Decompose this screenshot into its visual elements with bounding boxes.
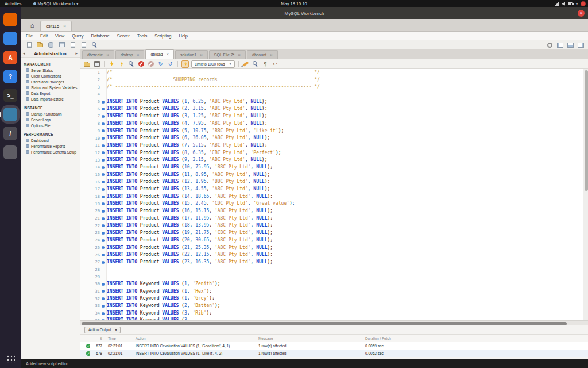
terminal-icon[interactable]: >_ [3,89,17,102]
find-button[interactable] [252,60,260,68]
menu-server[interactable]: Server [117,33,130,39]
limit-rows-toggle-button[interactable] [181,60,189,68]
sidebar-item-client-connections[interactable]: Client Connections [21,73,80,79]
toggle-left-panel-button[interactable] [556,41,564,49]
close-tab-icon[interactable]: × [106,52,109,57]
search-data-button[interactable] [91,41,98,48]
sidebar-item-server-logs[interactable]: Server Logs [21,117,80,122]
close-tab-icon[interactable]: × [270,52,273,57]
sidebar-item-data-export[interactable]: Data Export [21,90,80,96]
beautify-button[interactable] [242,60,250,68]
toggle-right-panel-button[interactable] [577,41,585,49]
sidebar-item-users-and-privileges[interactable]: Users and Privileges [21,79,80,85]
create-view-button[interactable] [69,41,76,48]
line-number-label: 24 [95,238,100,243]
editor-tab-solution1[interactable]: solution1× [175,50,208,59]
toggle-bottom-panel-button[interactable] [567,41,574,49]
limit-rows-dropdown[interactable]: Limit to 1000 rows▾ [191,60,235,68]
system-tray[interactable]: ▾ [555,0,578,7]
wrap-text-button[interactable]: ↩ [272,60,279,68]
create-schema-button[interactable] [47,41,55,48]
editor-tab-dbcount[interactable]: dbcount× [247,50,278,59]
open-script-button[interactable] [36,41,44,48]
save-file-button[interactable] [93,60,100,68]
output-row[interactable]: ✓67802:21:01INSERT INTO Cevaluation VALU… [80,350,588,357]
action-output-dropdown[interactable]: Action Output ▾ [84,327,121,334]
window-title-bar[interactable]: MySQL Workbench × [21,7,588,19]
close-tab-icon[interactable]: × [238,52,241,57]
sidebar-item-server-status[interactable]: Server Status [21,67,80,73]
sidebar-item-performance-reports[interactable]: Performance Reports [21,143,80,149]
close-window-button[interactable]: × [578,10,585,17]
code-lines[interactable]: /* -------------------------------------… [107,69,583,320]
app-menu-button[interactable]: MySQL Workbench ▾ [33,1,79,6]
horizontal-scrollbar[interactable] [80,320,588,325]
connection-tab[interactable]: csit115 × [40,21,72,31]
new-query-tab-button[interactable] [25,41,33,48]
menu-view[interactable]: View [55,33,64,39]
ubuntu-software-icon[interactable]: A [3,51,17,64]
commit-button[interactable]: ↻ [157,60,164,68]
clock[interactable]: May 18 15:10 [281,0,307,7]
menu-scripting[interactable]: Scripting [154,33,171,39]
chevron-right-icon[interactable]: ▸ [75,51,78,56]
sidebar-item-status-and-system-variables[interactable]: Status and System Variables [21,85,80,90]
close-tab-icon[interactable]: × [166,52,169,57]
menu-edit[interactable]: Edit [40,33,48,39]
rollback-button[interactable]: ↺ [167,60,174,68]
line-number-label: 19 [95,202,100,206]
sql-editor[interactable]: 1234567891011121314151617181920212223242… [80,69,588,320]
output-row[interactable]: ✓67702:21:01INSERT INTO Cevaluation VALU… [80,342,588,350]
code-line: INSERT INTO Product VALUES (11, 8.95, 'A… [107,171,583,179]
stop-on-error-button[interactable] [147,60,154,68]
chevron-left-icon[interactable]: ◂ [23,51,25,56]
sidebar-item-performance-schema-setup[interactable]: Performance Schema Setup [21,149,80,155]
menu-file[interactable]: File [26,33,33,39]
settings-icon[interactable] [3,145,17,159]
editor-tab-dbdrop[interactable]: dbdrop× [115,50,144,59]
activities-button[interactable]: Activities [5,1,22,6]
sidebar-item-data-import-restore[interactable]: Data Import/Restore [21,96,80,102]
line-number-label: 28 [95,267,100,272]
scrollbar-thumb[interactable] [585,70,588,191]
menu-query[interactable]: Query [72,33,83,39]
statement-marker-icon [102,297,105,300]
execute-button[interactable] [108,60,115,68]
home-button[interactable]: ⌂ [26,20,38,30]
line-number-label: 31 [95,289,100,294]
scrollbar-thumb[interactable] [82,322,567,325]
execute-current-button[interactable] [118,60,125,68]
close-tab-icon[interactable]: × [200,52,203,57]
open-file-button[interactable] [83,60,91,68]
explain-button[interactable] [127,60,135,68]
create-table-button[interactable] [58,41,65,48]
mysql-workbench-icon[interactable] [3,108,17,121]
line-number: 30 [80,281,106,288]
os-top-bar: Activities MySQL Workbench ▾ May 18 15:1… [0,0,588,7]
sidebar-item-startup-shutdown[interactable]: Startup / Shutdown [21,111,80,117]
create-procedure-button[interactable] [80,41,87,48]
app-grid-icon[interactable] [6,354,15,363]
editor-tab-sql-file-7[interactable]: SQL File 7*× [209,50,246,59]
close-tab-icon[interactable]: × [63,24,66,29]
line-number: 22 [80,222,106,229]
stop-button[interactable] [137,60,145,68]
menu-tools[interactable]: Tools [137,33,148,39]
editor-tab-dbcreate[interactable]: dbcreate× [82,50,114,59]
menu-database[interactable]: Database [91,33,110,39]
menu-help[interactable]: Help [179,33,188,39]
invisible-chars-button[interactable]: ¶ [262,60,269,68]
close-tab-icon[interactable]: × [137,52,140,57]
sidebar-item-label: Data Export [31,91,50,95]
preferences-button[interactable] [546,41,554,49]
sidebar-item-dashboard[interactable]: Dashboard [21,137,80,143]
chevron-down-icon: ▾ [115,328,117,332]
sidebar-item-options-file[interactable]: Options File [21,122,80,128]
file-manager-icon[interactable] [3,32,17,45]
vertical-scrollbar[interactable] [583,69,588,320]
firefox-icon[interactable] [3,13,17,26]
editor-tab-dbload[interactable]: dbload× [145,49,174,59]
help-icon[interactable]: ? [3,70,17,83]
text-editor-icon[interactable]: / [3,126,17,140]
output-row-time: 02:21:01 [105,351,132,355]
